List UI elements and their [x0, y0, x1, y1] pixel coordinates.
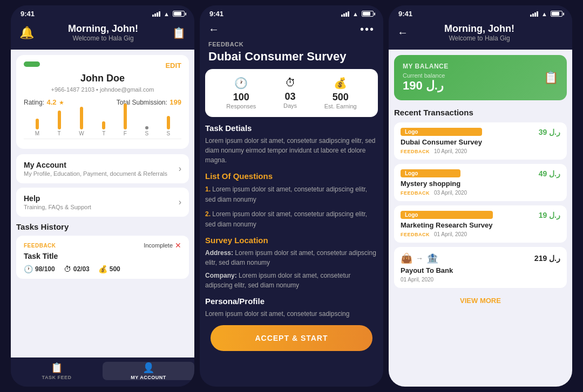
- my-account-menu[interactable]: My Account My Profile, Education, Paymen…: [16, 154, 189, 183]
- status-icons-2: ▲: [341, 11, 374, 17]
- bank-icon: 🏦: [426, 252, 438, 264]
- metric-days: ⏱ 02/03: [64, 265, 90, 273]
- wallet-payout-icon: 👜: [401, 252, 412, 264]
- stat-responses: 🕐 100 Responses: [226, 77, 256, 109]
- bar-s2: [167, 116, 170, 129]
- profile-card-top: EDIT: [24, 61, 181, 70]
- signal-icon: [152, 11, 160, 17]
- nav-task-feed[interactable]: 📋 TASK FEED: [11, 362, 103, 380]
- battery-icon: [173, 11, 185, 17]
- recent-title: Recent Transactions: [394, 108, 567, 117]
- chevron-right-icon: ›: [179, 164, 181, 174]
- time-1: 9:41: [21, 10, 35, 18]
- back-arrow[interactable]: ←: [208, 23, 219, 36]
- status-bar-2: 9:41 ▲: [200, 5, 383, 20]
- phone1-content: EDIT John Doe +966-1487 2103 • johndoe@g…: [11, 50, 194, 357]
- time-2: 9:41: [209, 10, 223, 18]
- payout-card[interactable]: 👜 → 🏦 219 ر.ل Payout To Bank 01 April, 2…: [394, 247, 567, 288]
- status-icons-3: ▲: [530, 11, 562, 17]
- tx-date-2: 03 April, 2020: [434, 190, 467, 196]
- questions-section: List Of Questions 1. Lorem ipsum dolor s…: [205, 171, 378, 229]
- help-menu[interactable]: Help Training, FAQs & Support ›: [16, 188, 189, 217]
- bar-t1: [58, 111, 61, 129]
- survey-title: Dubai Consumer Survey: [200, 50, 383, 69]
- accept-start-button[interactable]: ACCEPT & START: [211, 325, 372, 351]
- question-1: 1. Lorem ipsum dolor sit amet, consetetu…: [205, 184, 378, 204]
- phone2-content: 🕐 100 Responses ⏱ 03 Days 💰 500 Est. Ear…: [200, 69, 383, 387]
- questions-title: List Of Questions: [205, 171, 378, 181]
- time-3: 9:41: [398, 10, 412, 18]
- chart-col-m: M: [35, 119, 39, 136]
- transaction-marketing[interactable]: Logo Marketing Research Survey 19 ر.ل FE…: [394, 205, 567, 243]
- wallet-icon: 📋: [544, 71, 558, 85]
- bar-t2: [102, 121, 105, 129]
- feedback-label: FEEDBACK: [200, 41, 383, 50]
- greeting-subtitle: Welcome to Hala Gig: [68, 35, 138, 42]
- arrow-icon: →: [416, 254, 423, 263]
- tx-feedback-3: FEEDBACK: [401, 232, 430, 237]
- responses-icon: 🕐: [226, 77, 256, 90]
- task-feedback-badge: FEEDBACK: [24, 243, 56, 249]
- days-icon: ⏱: [283, 77, 297, 89]
- edit-button[interactable]: EDIT: [165, 61, 181, 70]
- persona-title: Persona/Profile: [205, 297, 378, 306]
- nav-my-account[interactable]: 👤 MY ACCOUNT: [103, 362, 194, 380]
- earning-icon: 💰: [324, 77, 357, 90]
- task-metrics: 🕐 98/100 ⏱ 02/03 💰 500: [24, 265, 181, 273]
- bar-m: [36, 119, 39, 129]
- activity-chart: M T W T F: [24, 112, 181, 139]
- help-title: Help: [24, 194, 91, 203]
- greeting-text: Morning, John!: [68, 23, 138, 35]
- payout-date: 01 April, 2020: [401, 277, 560, 283]
- stats-row: 🕐 100 Responses ⏱ 03 Days 💰 500 Est. Ear…: [213, 77, 370, 109]
- status-bar-3: 9:41 ▲: [389, 5, 572, 20]
- profile-contact: +966-1487 2103 • johndoe@gmail.com: [24, 86, 181, 93]
- stats-card: 🕐 100 Responses ⏱ 03 Days 💰 500 Est. Ear…: [205, 69, 378, 117]
- payout-name: Payout To Bank: [401, 266, 560, 274]
- task-feed-icon: 📋: [51, 362, 63, 374]
- location-title: Survey Location: [205, 236, 378, 245]
- tx-date-1: 10 April, 2020: [434, 148, 467, 154]
- bell-icon[interactable]: 🔔: [19, 26, 34, 40]
- status-bar-1: 9:41 ▲: [11, 5, 194, 20]
- profile-stats: Rating: 4.2 ★ Total Submission: 199: [24, 97, 181, 107]
- payout-amount: 219 ر.ل: [534, 254, 560, 263]
- archive-icon[interactable]: 📋: [172, 26, 186, 39]
- help-subtitle: Training, FAQs & Support: [24, 204, 91, 210]
- tx-feedback-2: FEEDBACK: [401, 190, 430, 196]
- task-details-section: Task Detials Lorem ipsum dolor sit amet,…: [205, 123, 378, 165]
- greeting-block-3: Morning, John! Welcome to Hala Gig: [444, 23, 514, 42]
- tasks-title: Tasks History: [16, 222, 189, 231]
- battery-icon-2: [362, 11, 374, 17]
- back-arrow-3[interactable]: ←: [397, 26, 408, 39]
- money-icon: 💰: [98, 265, 107, 273]
- transaction-mystery[interactable]: Logo Mystery shopping 49 ر.ل FEEDBACK 03…: [394, 164, 567, 201]
- greeting-subtitle-3: Welcome to Hala Gig: [444, 35, 514, 42]
- my-account-nav-label: MY ACCOUNT: [131, 375, 166, 380]
- task-card[interactable]: FEEDBACK Incomplete ✕ Task Title 🕐 98/10…: [16, 236, 189, 279]
- dots-menu[interactable]: •••: [360, 23, 375, 36]
- signal-icon-2: [341, 11, 349, 17]
- tasks-history: Tasks History FEEDBACK Incomplete ✕ Task…: [11, 222, 194, 284]
- wifi-icon: ▲: [164, 11, 170, 17]
- menu-items: My Account My Profile, Education, Paymen…: [11, 154, 194, 217]
- chart-col-f: F: [124, 104, 127, 136]
- signal-icon-3: [530, 11, 538, 17]
- phone1: 9:41 ▲ 🔔 Morning, John! Welcome to Hala …: [11, 5, 194, 387]
- stat-earning: 💰 500 Est. Earning: [324, 77, 357, 109]
- timer-icon: ⏱: [64, 265, 71, 273]
- balance-card: MY BALANCE Current balance 190 ر.ل 📋: [394, 55, 567, 100]
- my-account-title: My Account: [24, 161, 167, 169]
- payout-icons: 👜 → 🏦: [401, 252, 438, 264]
- chart-col-w: W: [79, 107, 84, 136]
- phones-container: 9:41 ▲ 🔔 Morning, John! Welcome to Hala …: [0, 0, 583, 392]
- transaction-dubai[interactable]: Logo Dubai Consumer Survey 39 ر.ل FEEDBA…: [394, 122, 567, 160]
- tx-logo-3: Logo: [401, 211, 493, 219]
- tx-name-3: Marketing Research Survey: [401, 221, 493, 229]
- phone2-topbar: ← •••: [200, 20, 383, 41]
- bar-f: [124, 104, 127, 129]
- dot-s1: [145, 126, 148, 129]
- phone2: 9:41 ▲ ← ••• FEEDBACK Dubai Consumer Sur…: [200, 5, 383, 387]
- wifi-icon-2: ▲: [352, 11, 358, 17]
- view-more-button[interactable]: VIEW MORE: [394, 292, 567, 309]
